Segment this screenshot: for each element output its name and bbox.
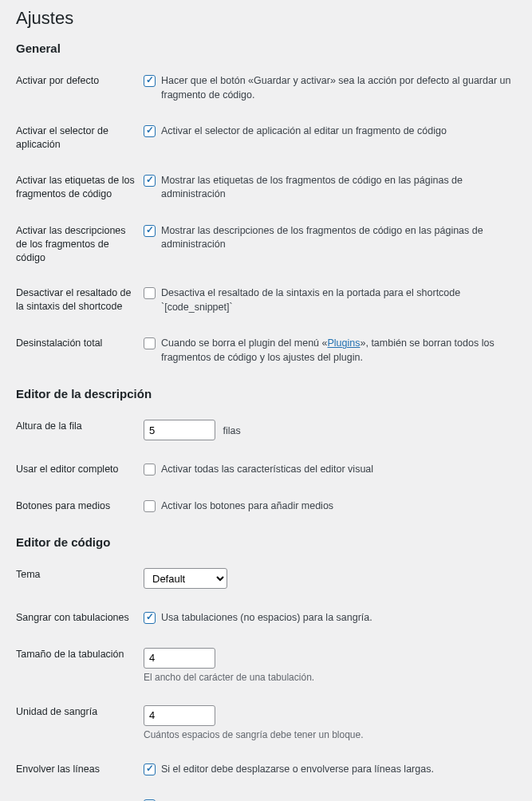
label-full-editor: Usar el editor completo	[16, 452, 144, 488]
checkbox-snippet-tags[interactable]	[144, 175, 156, 187]
desc-snippet-desc: Mostrar las descripciones de los fragmen…	[161, 224, 516, 252]
row-complete-uninstall[interactable]: Cuando se borra el plugin del menú «Plug…	[144, 337, 516, 365]
label-indent-unit: Unidad de sangría	[16, 694, 144, 752]
label-theme: Tema	[16, 557, 144, 600]
checkbox-complete-uninstall[interactable]	[144, 337, 156, 349]
label-row-height: Altura de la fila	[16, 408, 144, 452]
help-tab-size: El ancho del carácter de una tabulación.	[144, 672, 516, 683]
section-desc-editor-heading: Editor de la descripción	[16, 387, 516, 400]
settings-wrap: Ajustes General Activar por defecto Hace…	[0, 0, 532, 801]
checkbox-snippet-desc[interactable]	[144, 225, 156, 237]
select-theme[interactable]: Default	[144, 568, 227, 589]
suffix-row-height: filas	[223, 425, 240, 436]
table-general: Activar por defecto Hacer que el botón «…	[16, 63, 516, 376]
input-tab-size[interactable]	[144, 648, 215, 669]
label-snippet-tags: Activar las etiquetas de los fragmentos …	[16, 163, 144, 213]
row-full-editor[interactable]: Activar todas las características del ed…	[144, 463, 516, 477]
checkbox-scope-selector[interactable]	[144, 125, 156, 137]
desc-scope-selector: Activar el selector de aplicación al edi…	[161, 124, 447, 139]
row-snippet-tags[interactable]: Mostrar las etiquetas de los fragmentos …	[144, 174, 516, 202]
label-line-wrap: Envolver las líneas	[16, 752, 144, 788]
label-line-numbers: Números de línea	[16, 787, 144, 801]
section-code-editor-heading: Editor de código	[16, 535, 516, 549]
plugins-link[interactable]: Plugins	[327, 337, 360, 349]
desc-activate-default: Hacer que el botón «Guardar y activar» s…	[161, 74, 516, 102]
row-activate-default[interactable]: Hacer que el botón «Guardar y activar» s…	[144, 74, 516, 102]
help-indent-unit: Cuántos espacios de sangría debe tener u…	[144, 729, 516, 740]
table-code-editor: Tema Default Sangrar con tabulaciones Us…	[16, 557, 516, 801]
label-disable-syntax: Desactivar el resaltado de la sintaxis d…	[16, 275, 144, 326]
desc-complete-uninstall: Cuando se borra el plugin del menú «Plug…	[161, 337, 516, 365]
checkbox-disable-syntax[interactable]	[144, 287, 156, 299]
section-general-heading: General	[16, 41, 516, 55]
desc-full-editor: Activar todas las características del ed…	[161, 463, 373, 477]
checkbox-activate-default[interactable]	[144, 75, 156, 87]
label-indent-tabs: Sangrar con tabulaciones	[16, 600, 144, 637]
desc-line-wrap: Si el editor debe desplazarse o envolver…	[161, 763, 434, 777]
checkbox-media-buttons[interactable]	[144, 500, 156, 512]
input-row-height[interactable]	[144, 420, 215, 440]
row-scope-selector[interactable]: Activar el selector de aplicación al edi…	[144, 124, 516, 139]
label-complete-uninstall: Desinstalación total	[16, 326, 144, 376]
checkbox-indent-tabs[interactable]	[144, 612, 156, 624]
row-media-buttons[interactable]: Activar los botones para añadir medios	[144, 499, 516, 514]
row-indent-tabs[interactable]: Usa tabulaciones (no espacios) para la s…	[144, 611, 516, 625]
checkbox-full-editor[interactable]	[144, 464, 156, 475]
input-indent-unit[interactable]	[144, 705, 215, 726]
checkbox-line-wrap[interactable]	[144, 764, 156, 775]
label-tab-size: Tamaño de la tabulación	[16, 637, 144, 694]
desc-indent-tabs: Usa tabulaciones (no espacios) para la s…	[161, 611, 372, 625]
desc-media-buttons: Activar los botones para añadir medios	[161, 499, 333, 514]
desc-snippet-tags: Mostrar las etiquetas de los fragmentos …	[161, 174, 516, 202]
row-disable-syntax[interactable]: Desactiva el resaltado de la sintaxis en…	[144, 286, 516, 314]
table-desc-editor: Altura de la fila filas Usar el editor c…	[16, 408, 516, 524]
row-snippet-desc[interactable]: Mostrar las descripciones de los fragmen…	[144, 224, 516, 252]
label-activate-default: Activar por defecto	[16, 63, 144, 113]
page-title: Ajustes	[16, 8, 516, 29]
row-line-wrap[interactable]: Si el editor debe desplazarse o envolver…	[144, 763, 516, 777]
desc-disable-syntax: Desactiva el resaltado de la sintaxis en…	[161, 286, 516, 314]
uninstall-pre: Cuando se borra el plugin del menú «	[161, 337, 327, 349]
label-media-buttons: Botones para medios	[16, 488, 144, 525]
label-scope-selector: Activar el selector de aplicación	[16, 113, 144, 163]
label-snippet-desc: Activar las descripciones de los fragmen…	[16, 213, 144, 276]
